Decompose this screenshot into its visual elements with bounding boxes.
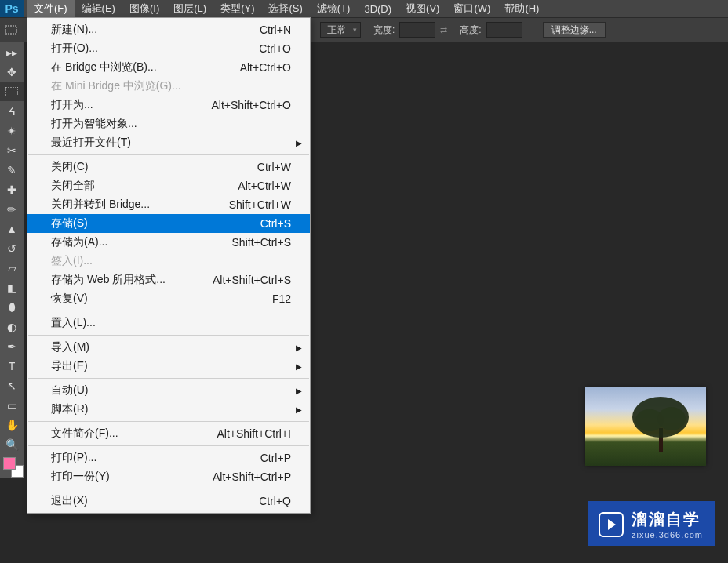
canvas-image[interactable] [585,387,706,466]
menu-item[interactable]: 存储(S)Ctrl+S [27,214,310,233]
menu-item-shortcut: Alt+Shift+Ctrl+S [213,274,291,286]
menu-separator [28,311,309,311]
gradient-tool[interactable]: ◧ [0,278,24,297]
history-brush-tool[interactable]: ↺ [0,238,24,258]
menu-item[interactable]: 自动(U)▶ [27,381,310,400]
menu-item-shortcut: Alt+Ctrl+O [240,61,291,74]
menu-item-shortcut: Ctrl+Q [259,495,291,507]
ps-app-icon: Ps [0,0,24,17]
menu-item[interactable]: 新建(N)...Ctrl+N [27,20,310,39]
menu-item-shortcut: Alt+Shift+Ctrl+O [211,99,291,111]
shape-tool[interactable]: ▭ [0,395,24,415]
swap-dimensions-icon[interactable]: ⇄ [440,25,447,35]
tool-palette: ▸▸ ✥ ᔦ ✴ ✂ ✎ ✚ ✏ ▲ ↺ ▱ ◧ ⬮ ◐ ✒ T ↖ ▭ ✋ 🔍 [0,42,24,478]
eraser-tool[interactable]: ▱ [0,258,24,278]
menu-item-label: 打开为智能对象... [51,117,137,131]
menu-item-shortcut: Ctrl+W [257,161,291,173]
menu-separator [28,154,309,155]
menu-separator [28,421,309,422]
menu-item[interactable]: 退出(X)Ctrl+Q [27,492,310,510]
watermark-url: zixue.3d66.com [632,530,703,539]
healing-tool[interactable]: ✚ [0,180,24,199]
menu-3d[interactable]: 3D(D) [357,1,399,17]
menu-item-shortcut: Alt+Shift+Ctrl+I [217,427,291,440]
menu-item-label: 脚本(R) [51,402,88,416]
menu-item[interactable]: 最近打开文件(T)▶ [27,133,310,152]
zoom-tool[interactable]: 🔍 [0,434,24,454]
menu-item-label: 新建(N)... [51,23,97,37]
width-input[interactable] [399,22,435,38]
menu-item[interactable]: 文件简介(F)...Alt+Shift+Ctrl+I [27,424,310,443]
blend-mode-select[interactable]: 正常 [320,22,361,38]
menu-item-label: 存储(S) [51,216,88,231]
menu-item[interactable]: 存储为(A)...Shift+Ctrl+S [27,233,310,252]
menu-separator [28,335,309,336]
hand-tool[interactable]: ✋ [0,415,24,434]
eyedropper-tool[interactable]: ✎ [0,160,24,180]
menu-item-label: 自动(U) [51,383,88,398]
menu-item[interactable]: 置入(L)... [27,314,310,332]
stamp-tool[interactable]: ▲ [0,219,24,238]
menu-item[interactable]: 导入(M)▶ [27,338,310,357]
menu-image[interactable]: 图像(I) [122,0,166,18]
menu-item[interactable]: 在 Bridge 中浏览(B)...Alt+Ctrl+O [27,58,310,77]
menu-item[interactable]: 关闭(C)Ctrl+W [27,158,310,176]
menu-item-shortcut: Shift+Ctrl+S [232,236,291,249]
tree-icon [615,392,693,453]
menu-type[interactable]: 类型(Y) [213,0,261,18]
menu-select[interactable]: 选择(S) [261,0,309,18]
menu-item[interactable]: 打印(P)...Ctrl+P [27,449,310,467]
menu-item-label: 最近打开文件(T) [51,136,131,150]
move-tool[interactable]: ✥ [0,62,24,82]
menu-layer[interactable]: 图层(L) [166,0,213,18]
menu-item-shortcut: Shift+Ctrl+W [229,198,291,211]
foreground-color[interactable] [3,457,16,470]
lasso-tool[interactable]: ᔦ [0,101,24,121]
menu-item[interactable]: 关闭并转到 Bridge...Shift+Ctrl+W [27,195,310,214]
menu-filter[interactable]: 滤镜(T) [310,0,358,18]
menu-item-label: 签入(I)... [51,254,93,268]
menu-item[interactable]: 打印一份(Y)Alt+Shift+Ctrl+P [27,467,310,486]
menu-item-label: 关闭并转到 Bridge... [51,198,150,212]
menu-view[interactable]: 视图(V) [399,0,446,18]
dodge-tool[interactable]: ◐ [0,317,24,336]
height-label: 高度: [460,24,481,37]
marquee-icon [4,23,18,37]
marquee-tool[interactable] [0,82,24,101]
crop-tool[interactable]: ✂ [0,140,24,160]
menu-item-label: 文件简介(F)... [51,427,118,441]
wand-tool[interactable]: ✴ [0,121,24,140]
menu-item-label: 退出(X) [51,494,88,508]
pen-tool[interactable]: ✒ [0,336,24,356]
current-tool-icon[interactable] [2,20,20,39]
svg-point-5 [657,407,686,430]
menu-item-label: 在 Mini Bridge 中浏览(G)... [51,79,181,93]
menu-item[interactable]: 打开为智能对象... [27,114,310,133]
menu-item[interactable]: 打开为...Alt+Shift+Ctrl+O [27,96,310,114]
menu-separator [28,378,309,379]
refine-edge-button[interactable]: 调整边缘... [543,22,606,38]
menu-item[interactable]: 脚本(R)▶ [27,400,310,419]
menu-help[interactable]: 帮助(H) [497,0,546,18]
blur-tool[interactable]: ⬮ [0,297,24,317]
color-swatch[interactable] [3,457,20,474]
menu-item[interactable]: 导出(E)▶ [27,357,310,376]
width-label: 宽度: [373,24,395,37]
height-input[interactable] [486,22,522,38]
collapse-handle-icon[interactable]: ▸▸ [0,42,24,62]
brush-tool[interactable]: ✏ [0,199,24,219]
menu-item-label: 存储为(A)... [51,235,107,249]
menu-edit[interactable]: 编辑(E) [75,0,122,18]
path-select-tool[interactable]: ↖ [0,376,24,395]
menu-item[interactable]: 存储为 Web 所用格式...Alt+Shift+Ctrl+S [27,271,310,289]
menu-item[interactable]: 打开(O)...Ctrl+O [27,39,310,58]
menu-item: 在 Mini Bridge 中浏览(G)... [27,77,310,96]
menu-item[interactable]: 关闭全部Alt+Ctrl+W [27,176,310,195]
watermark: 溜溜自学 zixue.3d66.com [588,501,715,546]
menubar: Ps 文件(F) 编辑(E) 图像(I) 图层(L) 类型(Y) 选择(S) 滤… [0,0,728,17]
menu-file[interactable]: 文件(F) [27,0,75,18]
menu-item-label: 关闭(C) [51,160,88,174]
menu-window[interactable]: 窗口(W) [446,0,497,18]
menu-item[interactable]: 恢复(V)F12 [27,289,310,308]
type-tool[interactable]: T [0,356,24,376]
